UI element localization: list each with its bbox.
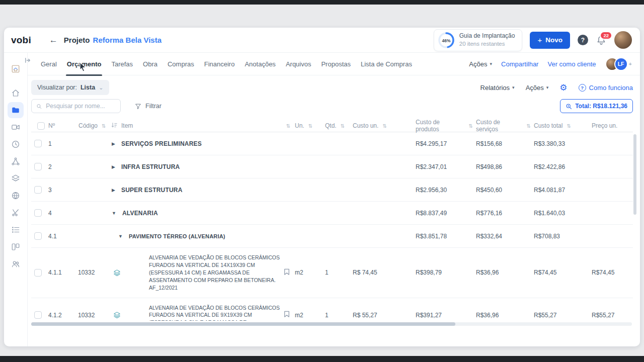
magnifier-currency-icon (566, 103, 572, 110)
member-avatars[interactable]: LF + (605, 57, 632, 71)
tab-tarefas[interactable]: Tarefas (106, 53, 138, 75)
acoes-dropdown[interactable]: Ações ▾ (469, 60, 492, 68)
table-row-item[interactable]: 4.1.2 10332 ALVENARIA DE VEDAÇÃO DE BLOC… (31, 298, 633, 321)
database-layers-icon (113, 269, 121, 277)
view-mode-selector[interactable]: Visualizar por: Lista ⌄ (31, 80, 109, 95)
sidebar-item-board[interactable] (8, 239, 24, 255)
table-row-group[interactable]: 3 ▶ SUPER ESTRUTURA R$2.956,30 R$450,60 … (31, 178, 633, 202)
search-input[interactable] (45, 102, 116, 110)
sort-icon[interactable]: ⇅ (102, 123, 106, 129)
implementation-guide-card[interactable]: 46% Guia de Implantação 20 itens restant… (434, 29, 523, 51)
custo-produtos-value: R$391,27 (413, 312, 473, 319)
select-all-checkbox[interactable] (37, 122, 45, 130)
sort-icon[interactable]: ⇅ (341, 123, 345, 129)
expand-icon[interactable]: ▶ (112, 141, 115, 146)
sidebar-item-home[interactable] (8, 85, 24, 101)
budget-table: Nº Código⇅ Item ⇅ Un.⇅ Qtd.⇅ Custo un.⇅ … (31, 119, 633, 321)
row-checkbox[interactable] (34, 140, 42, 147)
sort-icon[interactable]: ⇅ (308, 123, 312, 129)
sidebar-item-projects-active[interactable] (8, 102, 24, 118)
custo-produtos-value: R$3.851,78 (413, 233, 473, 240)
sidebar-item-list[interactable] (8, 222, 24, 238)
ver-como-cliente-link[interactable]: Ver como cliente (547, 60, 596, 68)
tab-geral[interactable]: Geral (36, 53, 62, 75)
user-avatar[interactable] (614, 31, 632, 49)
row-number: 4.1 (45, 233, 75, 240)
compartilhar-link[interactable]: Compartilhar (501, 60, 538, 68)
custo-servicos-value: R$498,86 (473, 163, 531, 170)
tab-obra[interactable]: Obra (138, 53, 163, 75)
tab-anotacoes[interactable]: Anotações (239, 53, 280, 75)
item-description: ALVENARIA DE VEDAÇÃO DE BLOCOS CERÂMICOS… (149, 254, 281, 292)
row-checkbox[interactable] (34, 232, 42, 240)
total-badge[interactable]: Total: R$18.121,36 (560, 99, 633, 113)
hscroll-thumb[interactable] (31, 322, 455, 326)
notifications-button[interactable]: 22 (596, 35, 607, 46)
item-order-icon[interactable] (111, 122, 117, 130)
custo-produtos-value: R$8.837,49 (413, 210, 473, 217)
tab-propostas[interactable]: Propostas (316, 53, 356, 75)
como-funciona-link[interactable]: ? Como funciona (579, 84, 633, 92)
add-member-icon[interactable]: + (629, 61, 632, 67)
preco-unitario-value: R$55,27 (589, 312, 633, 319)
sort-icon[interactable]: ⇅ (382, 123, 386, 129)
sort-icon[interactable]: ⇅ (286, 123, 290, 129)
row-checkbox[interactable] (34, 163, 42, 170)
search-box[interactable] (31, 99, 121, 113)
sidebar-item-history[interactable] (8, 136, 24, 152)
sidebar-item-team[interactable] (8, 256, 24, 272)
custo-servicos-value: R$156,68 (473, 140, 531, 147)
table-row-group[interactable]: 4 ▼ ALVENARIA R$8.837,49 R$776,16 R$1.64… (31, 202, 633, 225)
col-custo-produtos: Custo de produtos (416, 119, 465, 133)
sidebar-item-layers[interactable] (8, 170, 24, 187)
collapse-icon[interactable]: ▼ (112, 211, 116, 216)
tab-lista-de-compras[interactable]: Lista de Compras (356, 53, 417, 75)
col-custo-total: Custo total (534, 122, 562, 129)
sort-icon[interactable]: ⇅ (469, 123, 473, 129)
sidebar-item-media[interactable] (8, 119, 24, 135)
table-row-item[interactable]: 4.1.1 10332 ALVENARIA DE VEDAÇÃO DE BLOC… (31, 248, 633, 298)
custo-total-value: R$74,45 (531, 269, 589, 276)
tab-financeiro[interactable]: Financeiro (199, 53, 240, 75)
sidebar-expand-icon[interactable] (25, 56, 31, 65)
sort-icon[interactable]: ⇅ (567, 123, 571, 129)
mouse-cursor (79, 62, 88, 74)
project-name-link[interactable]: Reforma Bela Vista (93, 36, 162, 44)
expand-icon[interactable]: ▶ (112, 188, 115, 193)
bookmark-icon[interactable] (284, 268, 290, 277)
new-button[interactable]: + Novo (530, 32, 570, 49)
col-codigo: Código (78, 122, 98, 129)
vscroll-thumb[interactable] (633, 134, 636, 215)
row-checkbox[interactable] (34, 209, 42, 217)
blueprint-icon (11, 64, 20, 73)
back-arrow-icon[interactable]: ← (49, 36, 58, 44)
row-checkbox[interactable] (34, 269, 42, 277)
settings-gear-icon[interactable]: ⚙ (559, 83, 567, 92)
group-title: ALVENARIA (122, 210, 158, 217)
row-number: 4.1.2 (45, 312, 75, 319)
acoes-budget-dropdown[interactable]: Ações ▾ (526, 84, 549, 92)
quantity-value: 1 (322, 312, 350, 319)
table-row-group[interactable]: 2 ▶ INFRA ESTRUTURA R$2.347,01 R$498,86 … (31, 155, 633, 178)
bookmark-icon[interactable] (284, 311, 290, 319)
sidebar-item-network[interactable] (8, 153, 24, 169)
table-row-group[interactable]: 1 ▶ SERVIÇOS PRELIMINARES R$4.295,17 R$1… (31, 132, 633, 155)
custo-produtos-value: R$2.956,30 (413, 187, 473, 194)
expand-icon[interactable]: ▶ (112, 164, 115, 169)
member-avatar-initials: LF (614, 57, 628, 71)
sidebar-item-web[interactable] (8, 188, 24, 204)
tab-arquivos[interactable]: Arquivos (281, 53, 316, 75)
custo-total-value: R$1.640,03 (531, 210, 589, 217)
sidebar-item-tools[interactable] (8, 205, 24, 221)
filter-button[interactable]: Filtrar (135, 103, 162, 110)
tab-compras[interactable]: Compras (163, 53, 199, 75)
relatorios-dropdown[interactable]: Relatórios ▾ (480, 84, 515, 92)
table-row-subgroup[interactable]: 4.1 ▼ PAVIMENTO TÉRREO (ALVENARIA) R$3.8… (31, 225, 633, 248)
row-checkbox[interactable] (34, 186, 42, 194)
help-icon[interactable]: ? (578, 35, 588, 45)
collapse-icon[interactable]: ▼ (118, 234, 123, 239)
sort-icon[interactable]: ⇅ (527, 123, 531, 129)
row-checkbox[interactable] (34, 311, 42, 319)
list-icon (11, 225, 20, 234)
sidebar-item-project[interactable] (8, 61, 24, 77)
